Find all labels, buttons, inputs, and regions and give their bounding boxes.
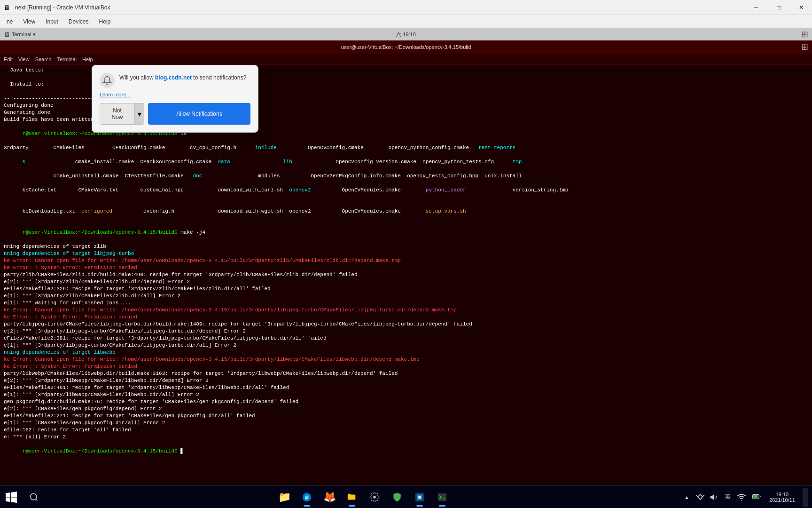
terminal-line: e[1]: *** [3rdparty/libjpeg-turbo/CMakeF… bbox=[4, 342, 808, 349]
not-now-button[interactable]: Not Now bbox=[100, 103, 134, 124]
terminal-line: eFiles/Makefile2:326: recipe for target … bbox=[4, 286, 808, 293]
close-button[interactable]: ✕ bbox=[790, 0, 812, 15]
vbox-menu-ne[interactable]: ne bbox=[2, 16, 17, 27]
terminal-line: party/libjpeg-turbo/CMakeFiles/libjpeg-t… bbox=[4, 321, 808, 328]
vbox-menu-help[interactable]: Help bbox=[94, 16, 116, 27]
battery-icon bbox=[752, 492, 761, 501]
taskbar-clock[interactable]: 19:10 2021/10/11 bbox=[765, 490, 799, 505]
show-hidden-icons-button[interactable]: ▲ bbox=[681, 492, 692, 502]
notification-buttons: Not Now ▾ Allow Notifications bbox=[100, 103, 250, 125]
taskbar-app-browser[interactable] bbox=[297, 487, 317, 508]
svg-rect-5 bbox=[438, 493, 446, 501]
expand-icon[interactable]: ⊞ bbox=[801, 29, 808, 40]
svg-point-0 bbox=[31, 493, 37, 500]
terminal-line: e[1]: *** [CMakeFiles/gen-pkgconfig.dir/… bbox=[4, 420, 808, 427]
taskbar-search-button[interactable] bbox=[23, 486, 45, 508]
not-now-dropdown-arrow[interactable]: ▾ bbox=[134, 103, 144, 124]
terminal-expand-icon[interactable]: ⊞ bbox=[801, 42, 808, 52]
terminal-line: e[2]: *** [3rdparty/libjpeg-turbo/CMakeF… bbox=[4, 328, 808, 335]
vbox-menu-input[interactable]: Input bbox=[41, 16, 63, 27]
svg-marker-6 bbox=[710, 494, 714, 500]
taskbar: 📁 🦊 bbox=[0, 485, 812, 508]
terminal-label[interactable]: Terminal ▾ bbox=[12, 32, 36, 38]
taskbar-app-firefox[interactable]: 🦊 bbox=[319, 487, 340, 508]
start-button[interactable] bbox=[0, 486, 23, 508]
svg-point-7 bbox=[741, 500, 742, 500]
notification-text: Will you allow blog.csdn.net to send not… bbox=[119, 73, 246, 82]
terminal-line: eFiles/Makefile2:381: recipe for target … bbox=[4, 335, 808, 342]
terminal-line: ke Error: : System Error: Permission den… bbox=[4, 363, 808, 370]
terminal-menubar: Edit View Search Terminal Help bbox=[0, 54, 812, 65]
terminal-line: nning dependencies of target libjpeg-tur… bbox=[4, 250, 808, 257]
terminal-line: ke Error: Cannot open file for write: /h… bbox=[4, 356, 808, 363]
firefox-icon: 🦊 bbox=[323, 491, 336, 503]
terminal-menu-help[interactable]: Help bbox=[82, 56, 93, 62]
terminal-line: e[2]: *** [3rdparty/zlib/CMakeFiles/zlib… bbox=[4, 278, 808, 286]
learn-more-link[interactable]: Learn more... bbox=[100, 92, 250, 97]
show-desktop-button[interactable] bbox=[803, 488, 808, 507]
volume-tray-icon[interactable] bbox=[710, 492, 719, 502]
taskbar-app-files[interactable] bbox=[342, 487, 362, 508]
terminal-line: nning dependencies of target libwebp bbox=[4, 349, 808, 356]
terminal-line: ke Error: Cannot open file for write: /h… bbox=[4, 307, 808, 314]
allow-notifications-button[interactable]: Allow Notifications bbox=[148, 103, 250, 125]
terminal-line: keCache.txt CMakeVars.txt custom_hal.hpp… bbox=[4, 180, 808, 201]
terminal-line: e[1]: *** [3rdparty/zlib/CMakeFiles/zlib… bbox=[4, 293, 808, 300]
vbox-titlebar: 🖥 next [Running] - Oracle VM VirtualBox … bbox=[0, 0, 812, 15]
terminal-menu-edit[interactable]: Edit bbox=[4, 56, 13, 62]
notification-dialog: Will you allow blog.csdn.net to send not… bbox=[92, 65, 258, 133]
maximize-button[interactable]: □ bbox=[768, 0, 789, 15]
vbox-menubar: ne View Input Devices Help bbox=[0, 15, 812, 28]
terminal-line: e[2]: *** [3rdparty/libwebp/CMakeFiles/l… bbox=[4, 377, 808, 384]
svg-rect-9 bbox=[753, 495, 757, 498]
terminal-line: efile:162: recipe for target 'all' faile… bbox=[4, 427, 808, 434]
clock-time: 19:10 bbox=[769, 492, 795, 497]
terminal-line: cmake_uninstall.cmake CTestTestfile.cmak… bbox=[4, 173, 808, 180]
terminal-inner-bar: user@user-VirtualBox: ~/Downloads/opencv… bbox=[0, 40, 812, 54]
minimize-button[interactable]: ─ bbox=[745, 0, 767, 15]
language-indicator[interactable]: 英 bbox=[722, 491, 734, 503]
system-tray: ▲ 英 19:10 2021/10/11 bbox=[681, 488, 812, 507]
settings-icon bbox=[369, 492, 380, 502]
battery-indicator[interactable] bbox=[750, 491, 764, 504]
taskbar-app-terminal[interactable] bbox=[432, 487, 453, 508]
network-tray-icon[interactable] bbox=[695, 492, 705, 502]
taskbar-app-virtualbox[interactable] bbox=[409, 487, 430, 508]
wifi-tray-icon[interactable] bbox=[737, 492, 746, 502]
taskbar-app-security[interactable] bbox=[387, 487, 407, 508]
vbox-menu-view[interactable]: View bbox=[18, 16, 40, 27]
terminal-line: keDownloadLog.txt configured cvconfig.h … bbox=[4, 201, 808, 222]
taskbar-app-settings[interactable] bbox=[364, 487, 385, 508]
terminal-line: r@user-VirtualBox:~/Downloads/opencv-3.4… bbox=[4, 441, 808, 462]
folder-icon bbox=[347, 492, 357, 502]
terminal-line: ke Error: : System Error: Permission den… bbox=[4, 314, 808, 321]
terminal-line: party/zlib/CMakeFiles/zlib.dir/build.mak… bbox=[4, 271, 808, 278]
svg-rect-4 bbox=[418, 496, 421, 499]
terminal-line: 3rdparty CMakeFiles CPackConfig.cmake cv… bbox=[4, 144, 808, 151]
taskbar-app-filemanager[interactable]: 📁 bbox=[274, 487, 295, 508]
vbox-header-left: 🖥 Terminal ▾ bbox=[4, 31, 36, 38]
notification-header: Will you allow blog.csdn.net to send not… bbox=[100, 73, 250, 88]
terminal-line: s cmake_install.cmake CPackSourceConfig.… bbox=[4, 151, 808, 173]
shield-icon bbox=[392, 492, 402, 502]
file-manager-icon: 📁 bbox=[278, 491, 291, 503]
terminal-line: party/libwebp/CMakeFiles/libwebp.dir/bui… bbox=[4, 370, 808, 377]
edge-icon bbox=[302, 492, 312, 502]
terminal-menu-terminal[interactable]: Terminal bbox=[57, 56, 77, 62]
vbox-title: next [Running] - Oracle VM VirtualBox bbox=[13, 4, 808, 11]
terminal-line: e[1]: *** Waiting for unfinished jobs...… bbox=[4, 300, 808, 307]
virtualbox-icon bbox=[414, 492, 425, 502]
vbox-controls: ─ □ ✕ bbox=[745, 0, 812, 15]
notification-domain: blog.csdn.net bbox=[155, 74, 192, 81]
vbox-menu-devices[interactable]: Devices bbox=[64, 16, 94, 27]
terminal-line: e: *** [all] Error 2 bbox=[4, 434, 808, 441]
terminal-line: r@user-VirtualBox:~/Downloads/opencv-3.4… bbox=[4, 222, 808, 243]
terminal-menu-view[interactable]: View bbox=[18, 56, 30, 62]
notification-message: Will you allow blog.csdn.net to send not… bbox=[119, 74, 246, 81]
terminal-line: e[1]: *** [3rdparty/libwebp/CMakeFiles/l… bbox=[4, 391, 808, 398]
terminal-icon bbox=[437, 492, 447, 502]
clock-date: 2021/10/11 bbox=[769, 497, 795, 503]
terminal-menu-search[interactable]: Search bbox=[35, 56, 52, 62]
terminal-line: ke Error: : System Error: Permission den… bbox=[4, 264, 808, 271]
clock-display: 六 19:10 bbox=[396, 31, 416, 38]
